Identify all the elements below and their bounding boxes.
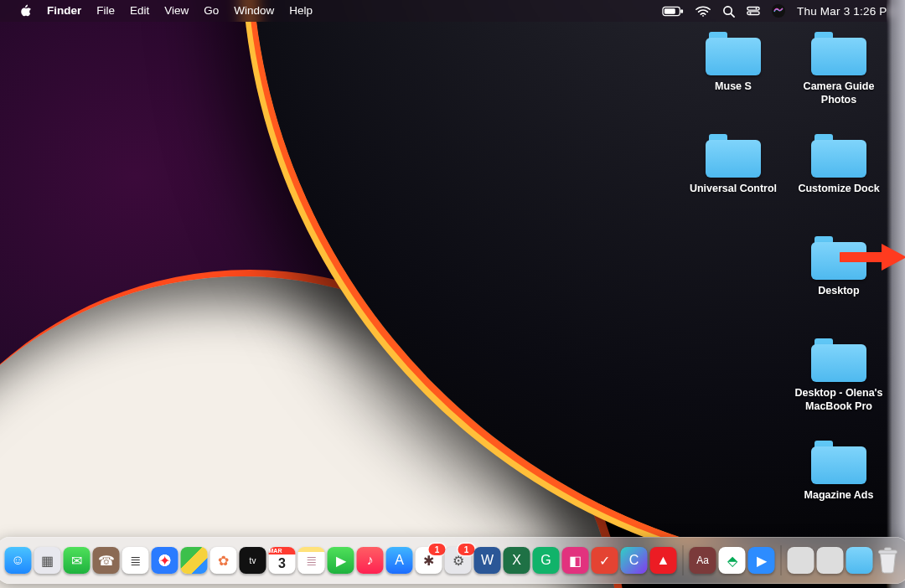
dock-canva[interactable]: C — [621, 547, 648, 574]
folder-icon — [706, 32, 761, 75]
menu-file[interactable]: File — [89, 0, 122, 22]
svg-rect-2 — [680, 9, 683, 13]
dock-reminders[interactable]: ≣ — [122, 547, 149, 574]
dock-music[interactable]: ♪ — [357, 547, 384, 574]
desktop-icons: Camera Guide PhotosMuse SCustomize DockU… — [684, 28, 888, 536]
svg-rect-13 — [879, 550, 897, 554]
menu-help[interactable]: Help — [282, 0, 320, 22]
dock-zoom[interactable]: ▶︎ — [748, 547, 775, 574]
dock-word[interactable]: W — [474, 547, 501, 574]
svg-line-5 — [731, 13, 734, 17]
dock-appstore[interactable]: A — [386, 547, 413, 574]
trash-icon — [877, 547, 899, 574]
desktop-folder-label: Camera Guide Photos — [792, 80, 886, 106]
dock-launchpad[interactable]: ▦ — [34, 547, 61, 574]
svg-rect-1 — [665, 8, 675, 14]
wifi-icon[interactable] — [696, 0, 711, 22]
dock-finder[interactable]: ☺︎ — [5, 547, 32, 574]
desktop-folder-label: Muse S — [715, 80, 752, 94]
desktop-folder[interactable]: Camera Guide Photos — [789, 28, 888, 127]
dock-facetime[interactable]: ▶︎ — [328, 547, 354, 574]
menu-window[interactable]: Window — [226, 0, 282, 22]
menu-view[interactable]: View — [157, 0, 196, 22]
folder-icon — [811, 134, 866, 178]
dock-excel[interactable]: X — [504, 547, 530, 574]
dock-separator — [781, 545, 782, 575]
dock-grammarly[interactable]: G — [533, 547, 560, 574]
svg-point-3 — [702, 15, 704, 17]
dock-badge: 1 — [458, 544, 475, 555]
dock-slack[interactable]: ✱1 — [416, 547, 442, 574]
folder-icon — [811, 441, 866, 484]
folder-icon — [811, 236, 866, 280]
app-menu[interactable]: Finder — [39, 0, 89, 22]
control-center-icon[interactable] — [747, 0, 760, 22]
desktop-folder-label: Universal Control — [690, 183, 777, 196]
dock-downloads[interactable] — [846, 547, 873, 574]
svg-rect-6 — [747, 8, 759, 11]
desktop-folder-label: Desktop - Olena's MacBook Pro — [792, 387, 886, 413]
battery-icon[interactable] — [662, 0, 684, 22]
dock-maps[interactable] — [181, 547, 208, 574]
dock-calendar[interactable]: 3MAR — [269, 547, 296, 574]
svg-point-10 — [772, 4, 785, 18]
dock-settings[interactable]: ⚙︎1 — [445, 547, 472, 574]
desktop-folder[interactable]: Customize Dock — [789, 131, 888, 230]
desktop-folder[interactable]: Universal Control — [684, 131, 783, 230]
menubar: Finder File Edit View Go Window Help Thu… — [0, 0, 905, 22]
desktop-folder[interactable]: Muse S — [684, 28, 783, 127]
dock-separator — [683, 545, 684, 575]
folder-icon — [706, 134, 761, 178]
dock-trash[interactable] — [876, 547, 901, 574]
dock-messages[interactable]: ✉︎ — [64, 547, 90, 574]
apple-menu[interactable] — [12, 4, 39, 18]
dock-dictionary[interactable]: Aa — [690, 547, 716, 574]
svg-point-8 — [756, 8, 758, 9]
dock-todoist[interactable]: ✓ — [592, 547, 618, 574]
svg-point-9 — [749, 13, 751, 14]
desktop-folder[interactable]: Desktop — [789, 233, 888, 332]
desktop-folder[interactable]: Desktop - Olena's MacBook Pro — [789, 335, 888, 434]
desktop-folder-label: Customize Dock — [798, 183, 879, 196]
desktop-folder-label: Magazine Ads — [804, 489, 874, 503]
menu-go[interactable]: Go — [196, 0, 226, 22]
dock-badge: 1 — [429, 544, 446, 555]
dock-recent-1[interactable] — [788, 547, 814, 574]
folder-icon — [811, 32, 866, 75]
dock-dropbox[interactable]: ⬘ — [719, 547, 746, 574]
dock-recent-2[interactable] — [817, 547, 844, 574]
svg-rect-14 — [885, 548, 892, 550]
spotlight-icon[interactable] — [722, 0, 735, 22]
dock-notes[interactable]: ≣ — [298, 547, 325, 574]
folder-icon — [811, 338, 866, 382]
svg-rect-7 — [747, 12, 759, 15]
desktop-folder-label: Desktop — [818, 285, 859, 298]
dock-photos[interactable]: ✿ — [210, 547, 237, 574]
desktop-folder[interactable]: Magazine Ads — [789, 437, 888, 536]
apple-logo-icon — [19, 4, 32, 18]
dock-authy[interactable]: ▲ — [650, 547, 677, 574]
dock-appletv[interactable]: tv — [240, 547, 266, 574]
dock: ☺︎▦✉︎☎︎≣✦✿tv3MAR≣▶︎♪A✱1⚙︎1WXG◧✓C▲Aa⬘▶︎ — [0, 537, 905, 584]
dock-trello[interactable]: ◧ — [562, 547, 589, 574]
universal-control-edge — [887, 0, 905, 588]
dock-contacts[interactable]: ☎︎ — [93, 547, 120, 574]
menu-edit[interactable]: Edit — [122, 0, 157, 22]
dock-safari[interactable]: ✦ — [152, 547, 178, 574]
menubar-clock[interactable]: Thu Mar 3 1:26 PM — [797, 5, 897, 18]
siri-icon[interactable] — [772, 0, 785, 22]
